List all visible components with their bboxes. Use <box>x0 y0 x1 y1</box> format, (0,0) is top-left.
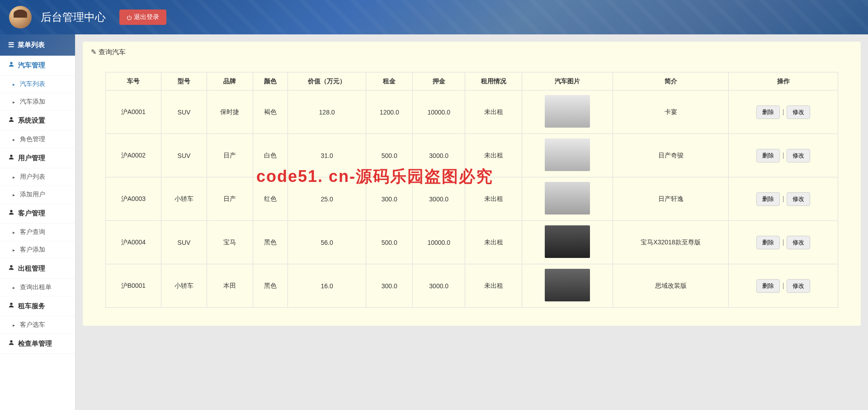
user-icon <box>8 154 14 162</box>
svg-point-1 <box>10 117 12 119</box>
table-cell: 56.0 <box>288 221 366 264</box>
user-icon <box>8 302 14 310</box>
action-cell: 删除|修改 <box>729 177 838 221</box>
nav-item[interactable]: ▸汽车列表 <box>0 76 75 93</box>
table-cell: 沪A0002 <box>106 134 161 177</box>
svg-point-6 <box>10 340 12 343</box>
table-cell: 未出租 <box>465 91 522 134</box>
menu-icon: ☰ <box>8 41 14 49</box>
action-separator: | <box>783 282 784 289</box>
edit-button[interactable]: 修改 <box>787 105 810 119</box>
desc-cell: 日产轩逸 <box>613 177 728 221</box>
action-cell: 删除|修改 <box>729 221 838 264</box>
table-cell: 沪A0003 <box>106 177 161 221</box>
car-image[interactable] <box>545 269 590 301</box>
nav-group[interactable]: 检查单管理 <box>0 334 75 354</box>
table-cell: 沪A0004 <box>106 221 161 264</box>
edit-button[interactable]: 修改 <box>787 149 810 162</box>
chevron-right-icon: ▸ <box>13 192 17 197</box>
edit-button[interactable]: 修改 <box>787 236 810 249</box>
table-cell: 日产 <box>207 134 253 177</box>
nav-group[interactable]: 汽车管理 <box>0 56 75 76</box>
user-icon <box>8 264 14 272</box>
table-wrap: 车号型号品牌颜色价值（万元）租金押金租用情况汽车图片简介操作 沪A0001SUV… <box>83 63 861 326</box>
nav-item-label: 汽车添加 <box>20 98 45 105</box>
nav-group[interactable]: 客户管理 <box>0 204 75 224</box>
sidebar: ☰菜单列表 汽车管理▸汽车列表▸汽车添加系统设置▸角色管理用户管理▸用户列表▸添… <box>0 34 75 410</box>
action-cell: 删除|修改 <box>729 134 838 177</box>
chevron-right-icon: ▸ <box>13 82 17 87</box>
table-cell: 本田 <box>207 264 253 308</box>
table-cell: 未出租 <box>465 177 522 221</box>
action-separator: | <box>783 152 784 159</box>
nav-group[interactable]: 用户管理 <box>0 148 75 168</box>
nav-group[interactable]: 系统设置 <box>0 111 75 131</box>
panel: ✎查询汽车 车号型号品牌颜色价值（万元）租金押金租用情况汽车图片简介操作 沪A0… <box>83 42 861 326</box>
chevron-right-icon: ▸ <box>13 175 17 180</box>
nav-item[interactable]: ▸用户列表 <box>0 168 75 186</box>
table-header: 简介 <box>613 72 728 91</box>
delete-button[interactable]: 删除 <box>756 279 780 293</box>
svg-point-5 <box>10 303 12 305</box>
table-row: 沪A0001SUV保时捷褐色128.01200.010000.0未出租卡宴删除|… <box>106 91 838 134</box>
table-cell: 白色 <box>253 134 288 177</box>
avatar[interactable] <box>9 6 32 29</box>
nav-item-label: 角色管理 <box>20 135 45 143</box>
nav-item[interactable]: ▸查询出租单 <box>0 279 75 296</box>
nav-group[interactable]: 租车服务 <box>0 296 75 316</box>
table-header: 车号 <box>106 72 161 91</box>
delete-button[interactable]: 删除 <box>756 149 780 162</box>
table-cell: 沪B0001 <box>106 264 161 308</box>
nav-item[interactable]: ▸添加用户 <box>0 186 75 204</box>
table-header: 品牌 <box>207 72 253 91</box>
car-image[interactable] <box>545 225 590 258</box>
car-image[interactable] <box>545 95 590 128</box>
main-area: ☰菜单列表 汽车管理▸汽车列表▸汽车添加系统设置▸角色管理用户管理▸用户列表▸添… <box>0 34 868 410</box>
table-cell: 黑色 <box>253 221 288 264</box>
car-image[interactable] <box>545 182 590 215</box>
delete-button[interactable]: 删除 <box>756 105 780 119</box>
action-separator: | <box>783 108 784 115</box>
delete-button[interactable]: 删除 <box>756 236 780 249</box>
image-cell <box>522 134 613 177</box>
action-cell: 删除|修改 <box>729 91 838 134</box>
delete-button[interactable]: 删除 <box>756 192 780 206</box>
desc-cell: 宝马X32018款至尊版 <box>613 221 728 264</box>
nav-item[interactable]: ▸客户查询 <box>0 224 75 241</box>
table-cell: 日产 <box>207 177 253 221</box>
nav-item[interactable]: ▸客户选车 <box>0 316 75 334</box>
nav-group-label: 租车服务 <box>18 302 45 310</box>
edit-button[interactable]: 修改 <box>787 192 810 206</box>
header: 后台管理中心 退出登录 <box>0 0 868 34</box>
car-image[interactable] <box>545 138 590 171</box>
table-cell: 红色 <box>253 177 288 221</box>
table-row: 沪B0001小轿车本田黑色16.0300.03000.0未出租思域改装版删除|修… <box>106 264 838 308</box>
table-cell: 小轿车 <box>161 264 207 308</box>
table-cell: 保时捷 <box>207 91 253 134</box>
table-cell: 25.0 <box>288 177 366 221</box>
nav-group[interactable]: 出租管理 <box>0 259 75 279</box>
table-header: 租用情况 <box>465 72 522 91</box>
logout-button[interactable]: 退出登录 <box>119 10 166 25</box>
nav-item[interactable]: ▸汽车添加 <box>0 93 75 111</box>
table-cell: 300.0 <box>366 264 413 308</box>
table-cell: 1200.0 <box>366 91 413 134</box>
nav-item[interactable]: ▸角色管理 <box>0 131 75 148</box>
nav-group-label: 检查单管理 <box>18 339 52 347</box>
table-header: 型号 <box>161 72 207 91</box>
user-icon <box>8 209 14 217</box>
nav-group-label: 系统设置 <box>18 116 45 124</box>
table-cell: 宝马 <box>207 221 253 264</box>
table-cell: SUV <box>161 91 207 134</box>
table-header: 操作 <box>729 72 838 91</box>
edit-button[interactable]: 修改 <box>787 279 810 293</box>
nav-item[interactable]: ▸客户添加 <box>0 241 75 259</box>
table-cell: 16.0 <box>288 264 366 308</box>
table-cell: 500.0 <box>366 134 413 177</box>
nav-item-label: 客户添加 <box>20 246 45 253</box>
chevron-right-icon: ▸ <box>13 100 17 105</box>
desc-cell: 日产奇骏 <box>613 134 728 177</box>
chevron-right-icon: ▸ <box>13 285 17 290</box>
table-header: 押金 <box>413 72 465 91</box>
action-cell: 删除|修改 <box>729 264 838 308</box>
